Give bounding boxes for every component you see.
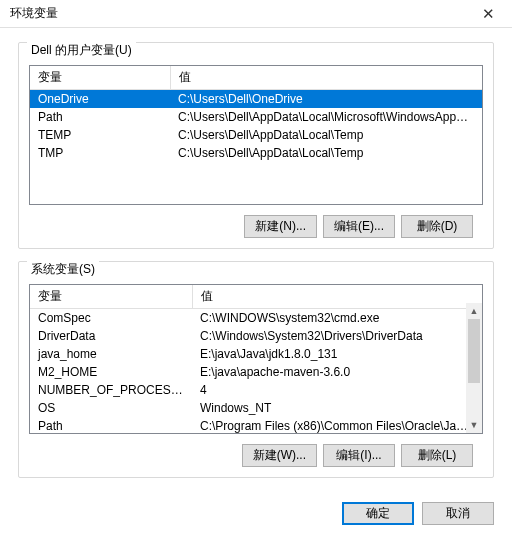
sys-header-name[interactable]: 变量 xyxy=(30,285,192,309)
system-new-button[interactable]: 新建(W)... xyxy=(242,444,317,467)
var-name-cell: java_home xyxy=(30,345,192,363)
var-value-cell: 4 xyxy=(192,381,482,399)
var-value-cell: C:\Program Files (x86)\Common Files\Orac… xyxy=(192,417,482,434)
system-edit-button[interactable]: 编辑(I)... xyxy=(323,444,395,467)
window-title: 环境变量 xyxy=(10,5,58,22)
ok-button[interactable]: 确定 xyxy=(342,502,414,525)
cancel-button[interactable]: 取消 xyxy=(422,502,494,525)
table-row[interactable]: java_homeE:\java\Java\jdk1.8.0_131 xyxy=(30,345,482,363)
var-value-cell: C:\Users\Dell\OneDrive xyxy=(170,90,482,109)
table-row[interactable]: OSWindows_NT xyxy=(30,399,482,417)
scroll-up-icon[interactable]: ▲ xyxy=(466,303,482,319)
system-variables-group: 系统变量(S) 变量 值 ComSpecC:\WINDOWS\system32\… xyxy=(18,261,494,478)
var-name-cell: DriverData xyxy=(30,327,192,345)
var-value-cell: C:\Windows\System32\Drivers\DriverData xyxy=(192,327,482,345)
table-row[interactable]: NUMBER_OF_PROCESSORS4 xyxy=(30,381,482,399)
system-button-row: 新建(W)... 编辑(I)... 删除(L) xyxy=(29,434,483,467)
var-name-cell: TEMP xyxy=(30,126,170,144)
var-value-cell: E:\java\apache-maven-3.6.0 xyxy=(192,363,482,381)
user-edit-button[interactable]: 编辑(E)... xyxy=(323,215,395,238)
scroll-down-icon[interactable]: ▼ xyxy=(466,417,482,433)
system-group-label: 系统变量(S) xyxy=(27,261,99,278)
var-name-cell: ComSpec xyxy=(30,309,192,328)
user-button-row: 新建(N)... 编辑(E)... 删除(D) xyxy=(29,205,483,238)
titlebar: 环境变量 ✕ xyxy=(0,0,512,28)
var-name-cell: Path xyxy=(30,108,170,126)
user-variables-table[interactable]: 变量 值 OneDriveC:\Users\Dell\OneDrivePathC… xyxy=(29,65,483,205)
var-value-cell: C:\Users\Dell\AppData\Local\Temp xyxy=(170,126,482,144)
close-icon[interactable]: ✕ xyxy=(472,2,504,26)
table-row[interactable]: OneDriveC:\Users\Dell\OneDrive xyxy=(30,90,482,109)
system-delete-button[interactable]: 删除(L) xyxy=(401,444,473,467)
system-scrollbar[interactable]: ▲ ▼ xyxy=(466,303,482,433)
var-value-cell: C:\Users\Dell\AppData\Local\Microsoft\Wi… xyxy=(170,108,482,126)
var-name-cell: TMP xyxy=(30,144,170,162)
user-group-label: Dell 的用户变量(U) xyxy=(27,42,136,59)
table-row[interactable]: TMPC:\Users\Dell\AppData\Local\Temp xyxy=(30,144,482,162)
user-new-button[interactable]: 新建(N)... xyxy=(244,215,317,238)
user-header-value[interactable]: 值 xyxy=(170,66,482,90)
table-row[interactable]: M2_HOMEE:\java\apache-maven-3.6.0 xyxy=(30,363,482,381)
table-row[interactable]: PathC:\Program Files (x86)\Common Files\… xyxy=(30,417,482,434)
var-name-cell: OneDrive xyxy=(30,90,170,109)
table-row[interactable]: ComSpecC:\WINDOWS\system32\cmd.exe xyxy=(30,309,482,328)
user-variables-group: Dell 的用户变量(U) 变量 值 OneDriveC:\Users\Dell… xyxy=(18,42,494,249)
var-value-cell: Windows_NT xyxy=(192,399,482,417)
scroll-thumb[interactable] xyxy=(468,319,480,383)
user-delete-button[interactable]: 删除(D) xyxy=(401,215,473,238)
var-name-cell: OS xyxy=(30,399,192,417)
table-row[interactable]: PathC:\Users\Dell\AppData\Local\Microsof… xyxy=(30,108,482,126)
var-name-cell: M2_HOME xyxy=(30,363,192,381)
user-header-name[interactable]: 变量 xyxy=(30,66,170,90)
var-value-cell: C:\WINDOWS\system32\cmd.exe xyxy=(192,309,482,328)
var-value-cell: E:\java\Java\jdk1.8.0_131 xyxy=(192,345,482,363)
var-name-cell: NUMBER_OF_PROCESSORS xyxy=(30,381,192,399)
var-name-cell: Path xyxy=(30,417,192,434)
var-value-cell: C:\Users\Dell\AppData\Local\Temp xyxy=(170,144,482,162)
sys-header-value[interactable]: 值 xyxy=(192,285,482,309)
scroll-track[interactable] xyxy=(466,319,482,417)
table-row[interactable]: DriverDataC:\Windows\System32\Drivers\Dr… xyxy=(30,327,482,345)
system-variables-table[interactable]: 变量 值 ComSpecC:\WINDOWS\system32\cmd.exeD… xyxy=(29,284,483,434)
content: Dell 的用户变量(U) 变量 值 OneDriveC:\Users\Dell… xyxy=(0,28,512,492)
table-row[interactable]: TEMPC:\Users\Dell\AppData\Local\Temp xyxy=(30,126,482,144)
dialog-footer: 确定 取消 xyxy=(0,492,512,539)
